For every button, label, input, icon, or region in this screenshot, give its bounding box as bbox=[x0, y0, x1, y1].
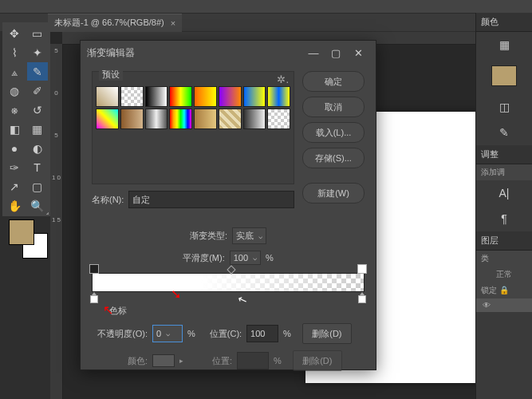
preset-swatch[interactable] bbox=[243, 86, 266, 107]
cancel-button[interactable]: 取消 bbox=[302, 97, 365, 117]
marquee-tool[interactable]: ▭ bbox=[27, 24, 48, 42]
brush-tool[interactable]: ✐ bbox=[27, 81, 48, 100]
gear-icon[interactable]: ✲. bbox=[277, 73, 289, 85]
position-label: 位置(C): bbox=[210, 328, 242, 340]
panel-color-swatch[interactable] bbox=[491, 65, 517, 86]
color-stop-left[interactable] bbox=[90, 293, 98, 302]
opacity-stop-right[interactable] bbox=[357, 264, 367, 274]
color-label: 颜色: bbox=[92, 355, 148, 367]
preset-swatch[interactable] bbox=[219, 109, 242, 129]
add-adjustment[interactable]: 添加调 bbox=[476, 164, 532, 180]
presets-label: 预设 bbox=[99, 69, 123, 81]
swatches-icon[interactable]: ▦ bbox=[495, 37, 514, 53]
close-button[interactable]: ✕ bbox=[347, 45, 369, 61]
smooth-label: 平滑度(M): bbox=[183, 252, 225, 264]
pen-tool[interactable]: ✑ bbox=[4, 158, 25, 176]
ruler-mark: 5 bbox=[50, 44, 62, 54]
midpoint-diamond[interactable] bbox=[227, 265, 235, 274]
type-label: 渐变类型: bbox=[190, 230, 227, 242]
move-tool[interactable]: ✥ bbox=[4, 24, 25, 42]
chevron-icon[interactable]: ▸ bbox=[179, 357, 183, 365]
preset-swatch[interactable] bbox=[120, 109, 144, 129]
brushes-icon[interactable]: ✎ bbox=[495, 124, 514, 140]
document-title: 未标题-1 @ 66.7%(RGB/8#) bbox=[54, 17, 164, 29]
presets-group: 预设 ✲. bbox=[92, 71, 294, 184]
blur-tool[interactable]: ● bbox=[4, 139, 25, 157]
percent-label: % bbox=[266, 253, 274, 263]
smooth-dropdown[interactable]: 100 bbox=[230, 251, 261, 265]
crop-tool[interactable]: ⟁ bbox=[4, 62, 25, 81]
preset-swatch[interactable] bbox=[145, 109, 168, 129]
gradient-tool[interactable]: ▦ bbox=[27, 120, 48, 138]
ruler-vertical: 5 0 5 1 0 1 5 bbox=[50, 44, 63, 399]
panel-adjust-tab[interactable]: 调整 bbox=[476, 145, 532, 164]
layer-kind: 类 bbox=[481, 254, 489, 263]
eraser-tool[interactable]: ◧ bbox=[4, 120, 25, 138]
path-tool[interactable]: ↗ bbox=[4, 177, 25, 196]
hand-tool[interactable]: ✋ bbox=[4, 196, 25, 215]
save-button[interactable]: 存储(S)... bbox=[302, 148, 365, 168]
position2-label: 位置: bbox=[212, 355, 232, 367]
name-label: 名称(N): bbox=[92, 194, 124, 206]
preset-swatch[interactable] bbox=[96, 109, 119, 129]
lock-label: 锁定 bbox=[481, 286, 497, 294]
eyedropper-tool[interactable]: ✎ bbox=[27, 62, 48, 81]
delete2-button[interactable]: 删除(D) bbox=[293, 350, 342, 371]
shape-tool[interactable]: ▢ bbox=[27, 177, 48, 196]
ruler-mark: 1 0 bbox=[50, 171, 62, 181]
ruler-mark: 0 bbox=[50, 86, 62, 97]
zoom-tool[interactable]: 🔍 bbox=[27, 196, 48, 215]
minimize-button[interactable]: — bbox=[302, 45, 325, 61]
preset-swatch[interactable] bbox=[267, 109, 290, 129]
dodge-tool[interactable]: ◐ bbox=[27, 139, 48, 157]
blend-mode[interactable]: 正常 bbox=[496, 270, 512, 279]
color-box[interactable] bbox=[152, 354, 175, 367]
dialog-title: 渐变编辑器 bbox=[87, 46, 302, 60]
preset-swatch[interactable] bbox=[120, 86, 144, 107]
opacity-input[interactable]: 0 bbox=[152, 325, 183, 342]
right-panels: 颜色 ▦ ◫ ✎ 调整 添加调 A| ¶ 图层 类 正常 锁定 🔒 👁 bbox=[475, 13, 532, 399]
preset-swatch[interactable] bbox=[194, 86, 217, 107]
preset-swatch[interactable] bbox=[169, 109, 192, 129]
gradient-bar[interactable] bbox=[92, 273, 365, 292]
percent-label: % bbox=[187, 329, 195, 338]
preset-swatch[interactable] bbox=[169, 86, 192, 107]
paragraph-icon[interactable]: ¶ bbox=[495, 211, 514, 227]
lasso-tool[interactable]: ⌇ bbox=[4, 43, 25, 61]
stops-label: 色标 bbox=[109, 305, 365, 317]
position-input[interactable] bbox=[246, 325, 278, 342]
char-icon[interactable]: A| bbox=[495, 185, 514, 201]
preset-swatch[interactable] bbox=[96, 86, 119, 107]
delete-button[interactable]: 删除(D) bbox=[302, 323, 352, 344]
close-tab-icon[interactable]: × bbox=[171, 18, 175, 28]
preset-swatch[interactable] bbox=[267, 86, 290, 107]
heal-tool[interactable]: ◍ bbox=[4, 81, 25, 100]
preset-swatch[interactable] bbox=[243, 109, 266, 129]
preset-swatch[interactable] bbox=[219, 86, 242, 107]
wand-tool[interactable]: ✦ bbox=[27, 43, 48, 61]
opacity-label: 不透明度(O): bbox=[92, 328, 148, 340]
name-input[interactable] bbox=[128, 191, 294, 208]
ok-button[interactable]: 确定 bbox=[302, 71, 365, 92]
percent-label: % bbox=[283, 329, 291, 338]
new-button[interactable]: 新建(W) bbox=[302, 183, 365, 203]
color-stop-right[interactable] bbox=[358, 293, 366, 302]
visibility-icon[interactable]: 👁 bbox=[481, 301, 492, 310]
load-button[interactable]: 载入(L)... bbox=[302, 122, 365, 143]
history-brush-tool[interactable]: ↺ bbox=[27, 101, 48, 119]
color-swatches bbox=[2, 219, 47, 255]
preset-swatch[interactable] bbox=[145, 86, 168, 107]
toolbox: ✥ ▭ ⌇ ✦ ⟁ ✎ ◍ ✐ ⎈ ↺ ◧ ▦ ● ◐ ✑ T ↗ ▢ ✋ 🔍 bbox=[2, 22, 50, 216]
opacity-stop-left[interactable] bbox=[89, 264, 99, 274]
libraries-icon[interactable]: ◫ bbox=[495, 99, 514, 115]
foreground-color-swatch[interactable] bbox=[9, 219, 34, 245]
position2-input[interactable] bbox=[237, 352, 269, 369]
maximize-button[interactable]: ▢ bbox=[325, 45, 347, 61]
panel-layers-tab[interactable]: 图层 bbox=[476, 231, 532, 251]
type-dropdown[interactable]: 实底 bbox=[232, 227, 266, 244]
panel-color-tab[interactable]: 颜色 bbox=[476, 13, 532, 32]
document-tab[interactable]: 未标题-1 @ 66.7%(RGB/8#) × bbox=[48, 14, 182, 32]
preset-swatch[interactable] bbox=[194, 109, 217, 129]
type-tool[interactable]: T bbox=[27, 158, 48, 176]
stamp-tool[interactable]: ⎈ bbox=[4, 101, 25, 119]
